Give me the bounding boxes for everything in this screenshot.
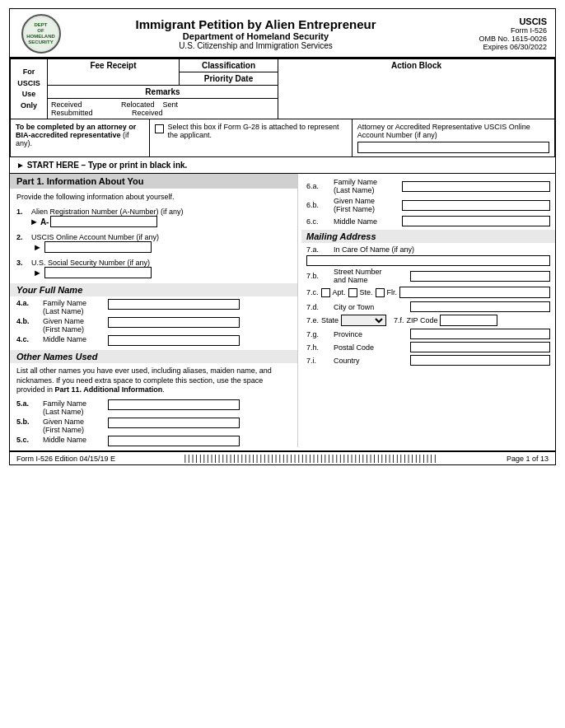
field2-label: USCIS Online Account Number (if any) [31, 233, 159, 241]
field7g-input[interactable] [410, 329, 550, 339]
header-center: Immigrant Petition by Alien Entrepreneur… [63, 17, 448, 50]
field2-input-row: ► [33, 241, 291, 253]
field6a-input[interactable] [402, 181, 550, 192]
field7h-name: Postal Code [334, 343, 408, 352]
field7b-input[interactable] [410, 271, 550, 282]
field4a-row: 4.a. Family Name(Last Name) [10, 298, 297, 316]
field7c-row: 7.c. Apt. Ste. Flr. [301, 286, 555, 299]
field7a-input[interactable] [306, 255, 550, 266]
field6c-input[interactable] [402, 216, 550, 226]
barcode: ||||||||||||||||||||||||||||||||||||||||… [184, 454, 437, 463]
field7d-name: City or Town [334, 303, 408, 311]
agency-name: U.S. Citizenship and Immigration Service… [63, 41, 448, 50]
remarks-label: Remarks [48, 86, 278, 99]
flr-label: Flr. [387, 288, 398, 296]
footer: Form I-526 Edition 04/15/19 E ||||||||||… [10, 450, 555, 464]
uscis-logo: DEPTOFHOMELANDSECURITY [21, 14, 61, 54]
field5a-name: Family Name(Last Name) [43, 399, 105, 416]
field7b-name: Street Numberand Name [334, 268, 408, 284]
footer-page-label: Page 1 of 13 [507, 455, 549, 463]
ssn-input[interactable] [44, 267, 152, 278]
arrow-icon-2: ► [33, 242, 42, 252]
field2-row: 2. USCIS Online Account Number (if any) … [10, 231, 297, 254]
field7g-number: 7.g. [306, 330, 331, 338]
field7f-zip-input[interactable] [440, 315, 497, 326]
field7b-number: 7.b. [306, 272, 331, 280]
field4b-number: 4.b. [16, 317, 40, 325]
field6b-row: 6.b. Given Name(First Name) [301, 196, 555, 214]
field7c-number: 7.c. [306, 288, 319, 296]
field7i-input[interactable] [410, 355, 550, 366]
rep-account-input[interactable] [357, 142, 549, 153]
logo-area: DEPTOFHOMELANDSECURITY [18, 14, 63, 54]
mailing-address-header: Mailing Address [301, 230, 555, 243]
ste-checkbox[interactable] [348, 288, 357, 297]
classification-label: Classification [180, 59, 278, 72]
field3-input-row: ► [33, 267, 291, 278]
field7e-state-select[interactable] [341, 315, 386, 326]
field7g-row: 7.g. Province [301, 328, 555, 340]
field5a-input[interactable] [108, 399, 240, 410]
other-names-header: Other Names Used [10, 350, 297, 363]
field7b-row: 7.b. Street Numberand Name [301, 267, 555, 285]
field7h-input[interactable] [410, 342, 550, 352]
field4a-input[interactable] [108, 299, 240, 310]
field5b-input[interactable] [108, 418, 240, 428]
field4b-input[interactable] [108, 317, 240, 328]
field7g-name: Province [334, 330, 408, 338]
field7d-row: 7.d. City or Town [301, 301, 555, 313]
field2-number: 2. [16, 233, 29, 241]
field1-number: 1. [16, 208, 29, 216]
priority-date-label: Priority Date [180, 72, 278, 86]
action-block-label: Action Block [278, 59, 555, 119]
field4c-input[interactable] [108, 335, 240, 346]
right-column: 6.a. Family Name(Last Name) 6.b. Given N… [298, 174, 555, 447]
field4c-number: 4.c. [16, 335, 40, 343]
rep-label: Attorney or Accredited Representative US… [357, 123, 530, 139]
apt-label: Apt. [333, 288, 346, 296]
field7d-input[interactable] [410, 301, 550, 312]
uscis-account-input[interactable] [44, 241, 152, 253]
other-names-description: List all other names you have ever used,… [10, 365, 297, 397]
flr-checkbox[interactable] [376, 288, 385, 297]
field5c-row: 5.c. Middle Name [10, 435, 297, 447]
field6c-row: 6.c. Middle Name [301, 215, 555, 227]
for-uscis-label: ForUSCISUseOnly [11, 59, 48, 119]
field7d-number: 7.d. [306, 303, 331, 311]
attorney-rep-cell: Attorney or Accredited Representative US… [353, 119, 554, 156]
field7i-name: Country [334, 357, 408, 365]
form-title: Immigrant Petition by Alien Entrepreneur [63, 17, 448, 31]
a-number-input[interactable] [50, 216, 157, 227]
g28-checkbox[interactable] [155, 124, 164, 133]
apt-checkbox[interactable] [321, 288, 330, 297]
field6b-name: Given Name(First Name) [334, 197, 399, 213]
field6b-number: 6.b. [306, 201, 331, 209]
fee-receipt-label: Fee Receipt [48, 59, 180, 86]
field7c-input[interactable] [399, 287, 550, 298]
field5a-row: 5.a. Family Name(Last Name) [10, 399, 297, 417]
field4c-name: Middle Name [43, 335, 105, 343]
omb-number: OMB No. 1615-0026 [448, 35, 547, 43]
field7f-name: ZIP Code [407, 316, 438, 324]
attorney-label-cell: To be completed by an attorney or BIA-ac… [11, 119, 150, 156]
field7a-number: 7.a. [306, 245, 331, 254]
field1-prefix-row: ► A- [30, 216, 291, 227]
header: DEPTOFHOMELANDSECURITY Immigrant Petitio… [10, 9, 555, 58]
field6a-number: 6.a. [306, 182, 331, 190]
field1-row: 1. Alien Registration Number (A-Number) … [10, 205, 297, 229]
field5c-input[interactable] [108, 436, 240, 446]
a-label: A- [40, 217, 49, 226]
expiry-date: Expires 06/30/2022 [448, 43, 547, 51]
your-full-name-header: Your Full Name [10, 283, 297, 296]
ste-label: Ste. [360, 288, 373, 296]
field7i-row: 7.i. Country [301, 354, 555, 366]
form-label: USCIS [448, 16, 547, 26]
field6a-row: 6.a. Family Name(Last Name) [301, 177, 555, 195]
attorney-checkbox-cell: Select this box if Form G-28 is attached… [150, 119, 353, 156]
start-here-label: ► START HERE – Type or print in black in… [10, 157, 555, 174]
field5b-name: Given Name(First Name) [43, 418, 105, 434]
field6b-input[interactable] [402, 200, 550, 211]
field6c-name: Middle Name [334, 217, 399, 226]
field7f-number: 7.f. [394, 316, 404, 324]
left-column: Part 1. Information About You Provide th… [10, 174, 298, 447]
